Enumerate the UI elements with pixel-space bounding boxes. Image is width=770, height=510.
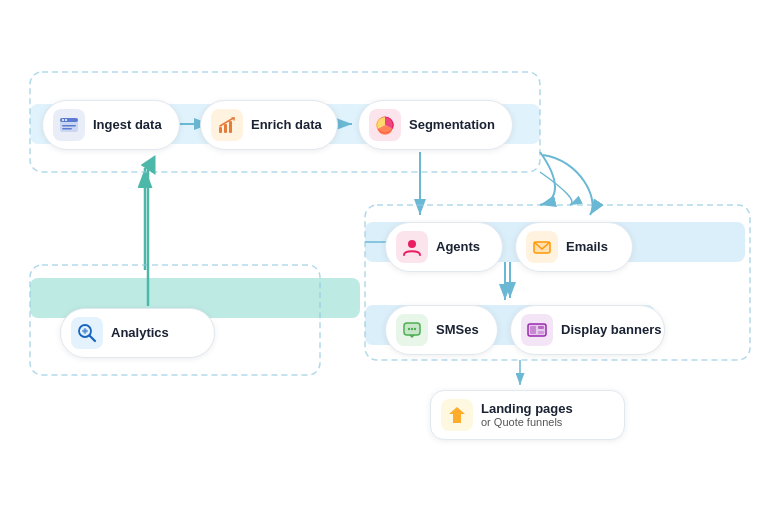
extra-connectors: [0, 0, 770, 510]
connector-lines: [0, 0, 770, 510]
segmentation-icon: [369, 109, 401, 141]
display-label: Display banners: [561, 322, 661, 338]
svg-point-32: [411, 328, 413, 330]
emails-icon: [526, 231, 558, 263]
svg-rect-38: [538, 331, 544, 334]
svg-rect-36: [530, 326, 536, 334]
segmentation-card: Segmentation: [358, 100, 513, 150]
svg-rect-20: [62, 125, 76, 127]
analytics-card: Analytics: [60, 308, 215, 358]
landing-icon: [441, 399, 473, 431]
landing-label-group: Landing pages or Quote funnels: [481, 401, 573, 430]
svg-point-33: [414, 328, 416, 330]
svg-line-41: [90, 336, 96, 342]
display-card: Display banners: [510, 305, 665, 355]
svg-point-31: [408, 328, 410, 330]
analytics-label: Analytics: [111, 325, 169, 341]
smses-card: SMSes: [385, 305, 498, 355]
landing-card: Landing pages or Quote funnels: [430, 390, 625, 440]
smses-label: SMSes: [436, 322, 479, 338]
landing-label-line1: Landing pages: [481, 401, 573, 417]
svg-rect-22: [219, 127, 222, 133]
ingest-label: Ingest data: [93, 117, 162, 133]
enrich-icon: [211, 109, 243, 141]
landing-label-line2: or Quote funnels: [481, 416, 573, 429]
svg-rect-23: [224, 124, 227, 133]
svg-point-26: [408, 240, 416, 248]
svg-point-19: [65, 119, 67, 121]
ingest-data-card: Ingest data: [42, 100, 180, 150]
emails-card: Emails: [515, 222, 633, 272]
svg-rect-24: [229, 121, 232, 133]
svg-rect-37: [538, 326, 544, 329]
diagram: Ingest data Enrich data Segmentation: [0, 0, 770, 510]
svg-point-18: [62, 119, 64, 121]
smses-icon: [396, 314, 428, 346]
ingest-icon: [53, 109, 85, 141]
agents-card: Agents: [385, 222, 503, 272]
agents-label: Agents: [436, 239, 480, 255]
emails-label: Emails: [566, 239, 608, 255]
display-icon: [521, 314, 553, 346]
svg-marker-44: [449, 407, 465, 423]
enrich-label: Enrich data: [251, 117, 322, 133]
enrich-data-card: Enrich data: [200, 100, 338, 150]
segmentation-label: Segmentation: [409, 117, 495, 133]
analytics-icon: [71, 317, 103, 349]
agents-icon: [396, 231, 428, 263]
svg-rect-21: [62, 128, 72, 130]
